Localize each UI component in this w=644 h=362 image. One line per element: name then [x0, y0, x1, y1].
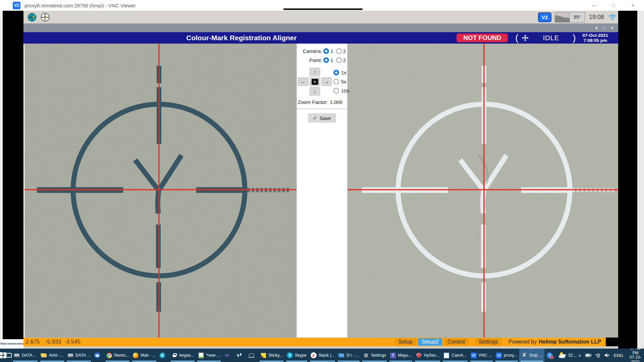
taskbar-item[interactable]: DATA ... — [12, 349, 39, 362]
battery-icon[interactable] — [585, 354, 591, 357]
taskbar-item-label: Amit -... — [49, 353, 63, 358]
camera-radio-group: 1 2 — [323, 48, 346, 54]
coord-z: -3.545 — [64, 339, 80, 345]
remote-screen-black-border-right — [618, 11, 637, 349]
taskbar-item[interactable]: proxy... — [494, 349, 519, 362]
taskbar-item[interactable] — [234, 349, 246, 362]
zoom-factor-value: 1.000 — [330, 99, 342, 105]
zoom-radio-option[interactable]: 1x — [333, 70, 349, 75]
taskbar-item[interactable]: Settings — [361, 349, 388, 362]
jog-right-button[interactable]: → — [321, 77, 332, 86]
radio-icon[interactable] — [323, 48, 329, 54]
vnc-app-icon: V2 — [13, 2, 20, 9]
taskbar-item[interactable]: Remo... — [104, 349, 131, 362]
language-indicator[interactable]: ENG — [614, 353, 623, 358]
taskbar-item[interactable]: CamA... — [441, 349, 469, 362]
taskbar-item[interactable]: Mayu... — [388, 349, 414, 362]
vnc-toolbar-tab[interactable] — [283, 8, 363, 10]
camera-radio-option[interactable]: 1 — [323, 48, 333, 54]
taskbar-items: DATA ... Amit -... DATA ... Remo... — [12, 349, 578, 362]
taskbar-item[interactable]: Skype — [285, 349, 309, 362]
taskbar-item[interactable]: VNC ... — [469, 349, 494, 362]
taskbar-item[interactable] — [222, 349, 234, 362]
jog-up-button[interactable]: ↑ — [309, 67, 320, 76]
footer-tab[interactable]: Setup2 — [418, 338, 442, 346]
point-select-row: Point: 1 2 — [297, 56, 347, 65]
radio-icon[interactable] — [333, 79, 339, 84]
remote-screen-black-border-left — [3, 11, 23, 349]
taskbar-item[interactable]: keypa... — [169, 349, 196, 362]
point-radio-option[interactable]: 2 — [336, 57, 346, 63]
background-window-edge-left — [0, 11, 3, 349]
taskbar-item[interactable]: Sticky... — [258, 349, 285, 362]
zoom-factor-row: Zoom Factor: 1.000 — [297, 96, 347, 105]
radio-icon[interactable] — [333, 70, 339, 75]
taskbar-clock[interactable]: 07:08 PM 07-10-2021 — [628, 349, 643, 362]
taskbar-item-label: HySec... — [424, 353, 439, 358]
jog-dpad: ↑ ← × → ↓ — [298, 67, 332, 96]
network-icon[interactable] — [595, 353, 600, 358]
move-icon[interactable] — [522, 34, 529, 42]
zoom-radio-option[interactable]: 10x — [333, 88, 349, 94]
footer-tab[interactable]: Control — [444, 338, 469, 346]
taskbar-item[interactable]: Amit -... — [39, 349, 65, 362]
task-view-button[interactable] — [6, 349, 12, 362]
taskbar-item[interactable] — [246, 349, 258, 362]
jog-center-button[interactable]: × — [309, 77, 320, 86]
remote-collapse-button[interactable]: ∨ — [595, 25, 598, 30]
close-button[interactable]: × — [628, 3, 638, 8]
taskbar-item-label: 32... — [568, 353, 576, 358]
maximize-button[interactable]: □ — [608, 3, 619, 8]
jog-left-button[interactable]: ← — [298, 77, 309, 86]
radio-icon[interactable] — [336, 48, 342, 54]
taskbar-item[interactable]: *new ... — [196, 349, 222, 362]
zoom-radio-option[interactable]: 5x — [333, 79, 349, 84]
radio-icon[interactable] — [336, 57, 342, 63]
taskbar-item[interactable]: 32... — [557, 349, 578, 362]
crosshair-horizontal-line — [24, 189, 297, 190]
app-header: Colour-Mark Registration Aligner NOT FOU… — [23, 32, 618, 44]
camera-radio-option[interactable]: 2 — [336, 48, 346, 54]
coord-x: 2.675 — [25, 339, 40, 345]
weather-icon — [559, 352, 566, 358]
volume-muted-icon[interactable] — [604, 353, 609, 358]
radio-label: 10x — [341, 88, 349, 94]
taskbar-item[interactable]: DATA ... — [65, 349, 93, 362]
registration-app-icon-outline[interactable] — [41, 13, 50, 22]
machine-state: IDLE — [543, 34, 559, 42]
footer-tab[interactable]: Setup — [395, 338, 416, 346]
taskbar-item-label: Slack |... — [319, 353, 334, 358]
taskbar-item[interactable]: Mail - ... — [131, 349, 157, 362]
footer-tab[interactable]: Settings — [475, 338, 502, 346]
powered-by: Powered byHelimp Softomation LLP — [508, 339, 601, 345]
taskbar-item[interactable]: Snip ... — [519, 349, 544, 362]
taskbar-item[interactable]: HySec... — [414, 349, 441, 362]
remote-clock: 19:08 — [589, 14, 604, 21]
header-date: 07-Oct-2021 — [582, 33, 608, 38]
taskbar-item[interactable] — [92, 349, 104, 362]
vnc-server-logo[interactable]: V2 — [538, 12, 551, 22]
jog-down-button[interactable]: ↓ — [309, 87, 320, 96]
taskbar-item[interactable] — [158, 349, 169, 362]
minimize-button[interactable]: — — [589, 3, 599, 8]
taskbar-item-label: proxy... — [504, 353, 517, 358]
taskbar-item[interactable]: Slack |... — [309, 349, 336, 362]
remote-desktop-toolbar: V2 55° 19:08 — [23, 11, 618, 23]
camera-2-view[interactable] — [347, 44, 618, 338]
remote-close-button[interactable]: × — [611, 25, 613, 30]
notes-icon — [443, 352, 449, 358]
taskbar-item[interactable] — [544, 349, 557, 362]
bracket-open: ( — [515, 33, 518, 43]
taskbar-item[interactable]: D:\ - ... — [336, 349, 361, 362]
point-radio-option[interactable]: 1 — [323, 57, 333, 63]
taskbar-item-label: Settings — [371, 353, 386, 358]
cpu-graph-icon — [555, 12, 570, 22]
radio-icon[interactable] — [323, 57, 329, 63]
registration-app-icon-filled[interactable] — [28, 13, 37, 22]
taskbar-item-label: *new ... — [206, 353, 220, 358]
remote-maximize-button[interactable]: □ — [603, 25, 606, 30]
camera-1-view[interactable] — [24, 44, 297, 338]
radio-icon[interactable] — [333, 88, 339, 94]
hidden-icons-chevron[interactable]: ∧ — [578, 353, 581, 358]
save-button[interactable]: ✓ Save — [308, 113, 336, 123]
